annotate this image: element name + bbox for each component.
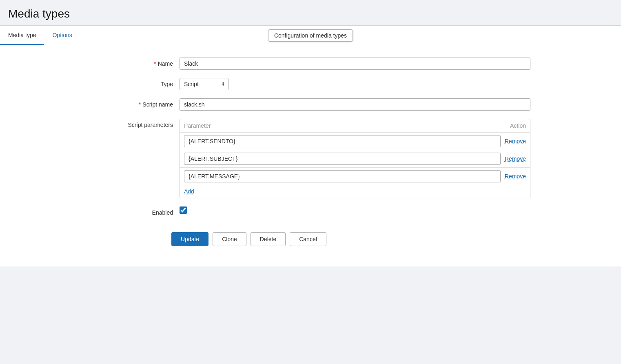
type-select[interactable]: Script Email SMS Jabber Ez Texting [180,78,228,90]
enabled-row: Enabled [0,206,621,216]
enabled-checkbox[interactable] [180,206,187,214]
script-name-label: *Script name [8,98,180,108]
script-name-control [180,98,530,111]
params-header: Parameter Action [180,119,530,132]
name-input[interactable] [180,58,530,70]
clone-button[interactable]: Clone [213,232,246,246]
param-row-1: Remove [180,150,530,167]
cancel-button[interactable]: Cancel [290,232,326,246]
script-params-control: Parameter Action Remove Remove Remove [180,119,530,198]
page-title: Media types [8,7,613,20]
delete-button[interactable]: Delete [251,232,286,246]
script-params-table: Parameter Action Remove Remove Remove [180,119,530,198]
enabled-control [180,206,530,214]
script-params-row: Script parameters Parameter Action Remov… [0,119,621,198]
type-control: Script Email SMS Jabber Ez Texting [180,78,530,90]
name-required-star: * [154,60,156,67]
add-link[interactable]: Add [180,185,198,198]
remove-button-1[interactable]: Remove [505,155,526,162]
update-button[interactable]: Update [171,232,208,246]
page-header: Media types [0,0,621,26]
type-row: Type Script Email SMS Jabber Ez Texting [0,78,621,90]
tab-media-type[interactable]: Media type [0,26,44,45]
buttons-row: Update Clone Delete Cancel [0,224,621,254]
param-row-2: Remove [180,167,530,185]
content-area: Media type Options Configuration of medi… [0,26,621,266]
type-label: Type [8,78,180,87]
tooltip-badge: Configuration of media types [268,29,353,42]
name-row: *Name [0,58,621,70]
params-header-action: Action [510,122,526,129]
enabled-label: Enabled [8,206,180,216]
remove-button-2[interactable]: Remove [505,173,526,180]
script-name-row: *Script name [0,98,621,111]
form-area: *Name Type Script Email SMS Jabber Ez Te… [0,45,621,266]
script-params-label: Script parameters [8,119,180,128]
type-select-wrapper: Script Email SMS Jabber Ez Texting [180,78,228,90]
param-row-0: Remove [180,132,530,150]
remove-button-0[interactable]: Remove [505,138,526,144]
param-input-2[interactable] [184,170,501,182]
param-input-0[interactable] [184,135,501,147]
tab-options[interactable]: Options [44,26,80,45]
script-name-required-star: * [139,101,141,108]
name-control [180,58,530,70]
tabs-bar: Media type Options Configuration of medi… [0,26,621,45]
param-input-1[interactable] [184,153,501,165]
add-row: Add [180,185,530,198]
name-label: *Name [8,58,180,67]
params-header-param: Parameter [184,122,211,129]
enabled-checkbox-wrapper [180,206,530,214]
script-name-input[interactable] [180,98,530,111]
